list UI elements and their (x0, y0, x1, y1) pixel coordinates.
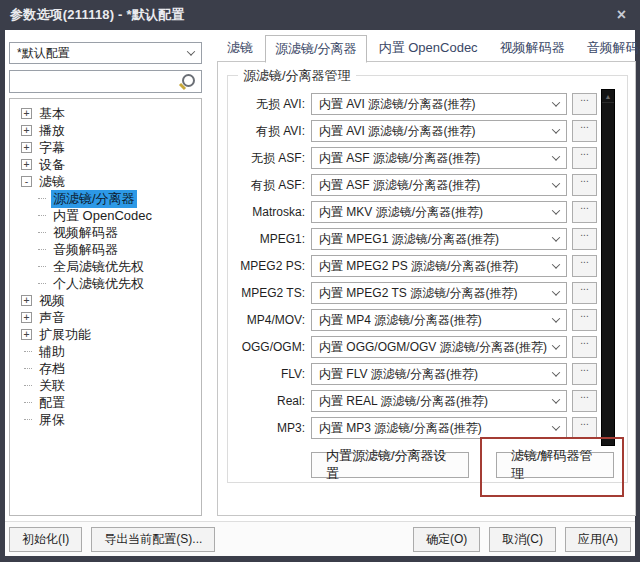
tree-item[interactable]: 配置 (12, 394, 199, 411)
source-filter-select[interactable]: 内置 MPEG1 源滤镜/分离器(推荐) (311, 228, 567, 250)
tree-item[interactable]: 屏保 (12, 411, 199, 428)
expand-plus-icon[interactable]: + (21, 159, 32, 170)
format-row: Matroska:内置 MKV 源滤镜/分离器(推荐)... (228, 201, 627, 223)
format-row: Real:内置 REAL 源滤镜/分离器(推荐)... (228, 390, 627, 412)
format-rows: 无损 AVI:内置 AVI 源滤镜/分离器(推荐)...有损 AVI:内置 AV… (228, 93, 627, 444)
source-filter-select[interactable]: 内置 MKV 源滤镜/分离器(推荐) (311, 201, 567, 223)
select-value: 内置 MPEG2 PS 源滤镜/分离器(推荐) (319, 258, 553, 275)
tree-item-label: 内置 OpenCodec (51, 207, 154, 225)
more-options-button[interactable]: ... (572, 174, 597, 196)
tree-item[interactable]: 内置 OpenCodec (12, 207, 199, 224)
tree-item-label: 源滤镜/分离器 (51, 190, 137, 208)
tree-item[interactable]: -滤镜 (12, 173, 199, 190)
builtin-source-filter-settings-button[interactable]: 内置源滤镜/分离器设置 (311, 452, 469, 478)
more-options-button[interactable]: ... (572, 255, 597, 277)
chevron-down-icon (552, 260, 560, 268)
tab-4[interactable]: 视频解码器 (490, 34, 575, 62)
settings-tree[interactable]: +基本+播放+字幕+设备-滤镜源滤镜/分离器内置 OpenCodec视频解码器音… (9, 98, 202, 516)
source-filter-select[interactable]: 内置 AVI 源滤镜/分离器(推荐) (311, 120, 567, 142)
source-filter-select[interactable]: 内置 AVI 源滤镜/分离器(推荐) (311, 93, 567, 115)
tree-item[interactable]: 音频解码器 (12, 241, 199, 258)
red-highlight-annotation (480, 437, 624, 497)
tree-item[interactable]: +扩展功能 (12, 326, 199, 343)
tree-item[interactable]: 存档 (12, 360, 199, 377)
search-input[interactable] (14, 72, 174, 91)
initialize-button[interactable]: 初始化(I) (9, 527, 82, 552)
chevron-down-icon (552, 125, 560, 133)
chevron-down-icon (552, 287, 560, 295)
tree-item[interactable]: +基本 (12, 105, 199, 122)
tree-branch-line (24, 402, 32, 403)
tab-1[interactable]: 滤镜 (217, 34, 263, 62)
chevron-down-icon (552, 233, 560, 241)
ok-button[interactable]: 确定(O) (413, 527, 480, 552)
tree-item[interactable]: +声音 (12, 309, 199, 326)
apply-button[interactable]: 应用(A) (565, 527, 631, 552)
format-row: MP3:内置 MP3 源滤镜/分离器(推荐)... (228, 417, 627, 439)
source-filter-select[interactable]: 内置 OGG/OGM/OGV 源滤镜/分离器(推荐) (311, 336, 567, 358)
tree-item[interactable]: +字幕 (12, 139, 199, 156)
chevron-down-icon (552, 422, 560, 430)
export-config-button[interactable]: 导出当前配置(S)... (91, 527, 215, 552)
source-filter-select[interactable]: 内置 REAL 源滤镜/分离器(推荐) (311, 390, 567, 412)
tree-item-label: 全局滤镜优先权 (51, 258, 146, 276)
more-options-button[interactable]: ... (572, 282, 597, 304)
expand-plus-icon[interactable]: + (21, 142, 32, 153)
tree-branch-line (38, 198, 46, 199)
tree-item[interactable]: +设备 (12, 156, 199, 173)
more-options-button[interactable]: ... (572, 336, 597, 358)
more-options-button[interactable]: ... (572, 363, 597, 385)
scrollbar-vertical[interactable]: ▲ (601, 89, 615, 446)
source-filter-select[interactable]: 内置 MP4 源滤镜/分离器(推荐) (311, 309, 567, 331)
source-filter-select[interactable]: 内置 ASF 源滤镜/分离器(推荐) (311, 174, 567, 196)
scroll-up-icon[interactable]: ▲ (602, 90, 614, 103)
tree-item[interactable]: 关联 (12, 377, 199, 394)
close-icon[interactable]: × (613, 7, 630, 23)
expand-plus-icon[interactable]: + (21, 329, 32, 340)
source-filter-select[interactable]: 内置 MPEG2 PS 源滤镜/分离器(推荐) (311, 255, 567, 277)
tree-item[interactable]: +视频 (12, 292, 199, 309)
source-filter-select[interactable]: 内置 ASF 源滤镜/分离器(推荐) (311, 147, 567, 169)
search-icon[interactable] (182, 74, 195, 87)
format-label: 有损 ASF: (228, 177, 305, 194)
tree-branch-line (38, 283, 46, 284)
tree-item[interactable]: +播放 (12, 122, 199, 139)
expand-plus-icon[interactable]: + (21, 312, 32, 323)
tree-item[interactable]: 辅助 (12, 343, 199, 360)
tree-item[interactable]: 全局滤镜优先权 (12, 258, 199, 275)
source-filter-select[interactable]: 内置 MPEG2 TS 源滤镜/分离器(推荐) (311, 282, 567, 304)
select-value: 内置 AVI 源滤镜/分离器(推荐) (319, 123, 553, 140)
more-options-button[interactable]: ... (572, 93, 597, 115)
chevron-down-icon (552, 341, 560, 349)
format-label: MP3: (228, 421, 305, 435)
preset-combobox[interactable]: *默认配置 (9, 42, 202, 64)
source-filter-select[interactable]: 内置 FLV 源滤镜/分离器(推荐) (311, 363, 567, 385)
more-options-button[interactable]: ... (572, 201, 597, 223)
more-options-button[interactable]: ... (572, 147, 597, 169)
tree-item[interactable]: 视频解码器 (12, 224, 199, 241)
more-options-button[interactable]: ... (572, 309, 597, 331)
cancel-button[interactable]: 取消(C) (489, 527, 556, 552)
expand-plus-icon[interactable]: + (21, 295, 32, 306)
format-row: MPEG1:内置 MPEG1 源滤镜/分离器(推荐)... (228, 228, 627, 250)
tree-branch-line (38, 266, 46, 267)
source-filter-select[interactable]: 内置 MP3 源滤镜/分离器(推荐) (311, 417, 567, 439)
format-label: 有损 AVI: (228, 123, 305, 140)
tree-item-label: 辅助 (37, 343, 67, 361)
tree-item[interactable]: 源滤镜/分离器 (12, 190, 199, 207)
more-options-button[interactable]: ... (572, 417, 597, 439)
tab-2[interactable]: 源滤镜/分离器 (265, 35, 367, 63)
collapse-minus-icon[interactable]: - (21, 176, 32, 187)
select-value: 内置 ASF 源滤镜/分离器(推荐) (319, 150, 553, 167)
tree-item-label: 音频解码器 (51, 241, 120, 259)
select-value: 内置 OGG/OGM/OGV 源滤镜/分离器(推荐) (319, 339, 553, 356)
expand-plus-icon[interactable]: + (21, 108, 32, 119)
more-options-button[interactable]: ... (572, 390, 597, 412)
more-options-button[interactable]: ... (572, 228, 597, 250)
tree-item[interactable]: 个人滤镜优先权 (12, 275, 199, 292)
more-options-button[interactable]: ... (572, 120, 597, 142)
expand-plus-icon[interactable]: + (21, 125, 32, 136)
tab-3[interactable]: 内置 OpenCodec (369, 34, 488, 62)
tree-item-label: 设备 (37, 156, 67, 174)
tab-5[interactable]: 音频解码器 (577, 34, 640, 62)
